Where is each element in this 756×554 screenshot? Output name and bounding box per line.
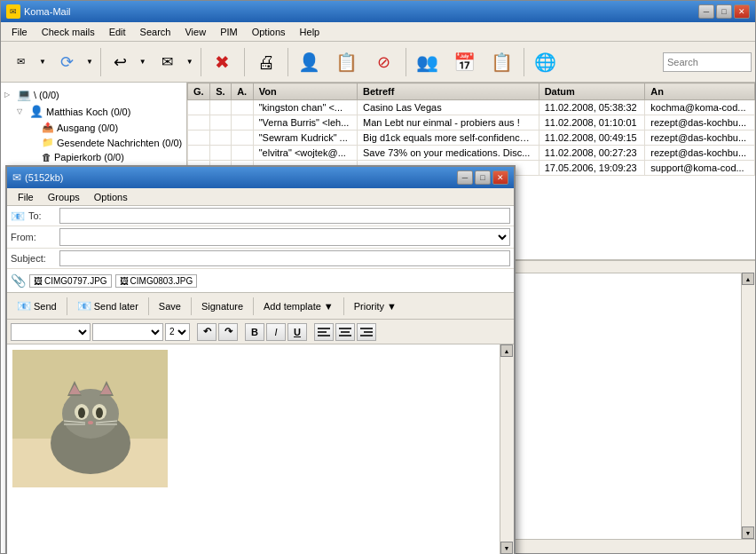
col-header-betreff[interactable]: Betreff: [358, 83, 539, 100]
compose-menu-file[interactable]: File: [11, 190, 41, 204]
priority-button[interactable]: Priority ▼: [348, 296, 403, 317]
tasks-button[interactable]: 📋: [484, 45, 520, 79]
add-template-button[interactable]: Add template ▼: [257, 296, 340, 317]
menu-edit[interactable]: Edit: [102, 25, 133, 39]
search-input[interactable]: [663, 52, 752, 72]
save-button[interactable]: Save: [153, 296, 187, 317]
cell-von: "elvitra" <wojtek@...: [253, 146, 357, 161]
email-table: G. S. A. Von Betreff Datum An: [187, 83, 755, 176]
sidebar-item-trash[interactable]: 🗑 Papierkorb (0/0): [1, 150, 186, 164]
menu-pim[interactable]: PIM: [213, 25, 245, 39]
check-mails-split-button[interactable]: ⟳ ▼: [51, 45, 97, 79]
send-button[interactable]: 📧 Send: [11, 296, 63, 317]
compose-scrollbar[interactable]: ▲ ▼: [500, 344, 514, 554]
col-header-g[interactable]: G.: [188, 83, 210, 100]
new-mail-dropdown[interactable]: ▼: [36, 45, 50, 79]
tree-arrow-account: ▽: [17, 107, 29, 115]
forward-button[interactable]: ✉: [152, 45, 184, 79]
close-button[interactable]: ✕: [734, 4, 750, 19]
svg-point-12: [62, 389, 119, 439]
check-mails-button[interactable]: ⟳: [51, 45, 83, 79]
title-bar-left: ✉ Koma-Mail: [6, 4, 71, 19]
compose-scroll-down[interactable]: ▼: [500, 542, 513, 554]
cell-s: [210, 131, 232, 146]
title-bar: ✉ Koma-Mail ─ □ ✕: [1, 1, 755, 22]
redo-button[interactable]: ↷: [218, 323, 238, 341]
new-mail-split-button[interactable]: ✉ ▼: [4, 45, 50, 79]
check-mails-icon: ⟳: [60, 52, 74, 72]
subject-input[interactable]: [59, 250, 510, 266]
main-window: ✉ Koma-Mail ─ □ ✕ File Check mails Edit …: [0, 0, 756, 554]
contacts-button[interactable]: 👤: [292, 45, 327, 79]
compose-body-editor[interactable]: [7, 344, 500, 554]
compose-close-button[interactable]: ✕: [492, 170, 508, 185]
align-left-button[interactable]: [314, 323, 334, 341]
col-header-s[interactable]: S.: [210, 83, 232, 100]
col-header-a[interactable]: A.: [232, 83, 254, 100]
col-header-von[interactable]: Von: [253, 83, 357, 100]
sidebar-item-root[interactable]: ▷ 💻 \ (0/0): [1, 86, 186, 103]
reply-split-button[interactable]: ↩ ▼: [105, 45, 150, 79]
separator-1: [100, 48, 101, 76]
font-family-select[interactable]: [11, 323, 91, 341]
font-size-select[interactable]: 2: [165, 323, 190, 341]
send-later-button[interactable]: 📧 Send later: [71, 296, 145, 317]
reply-dropdown[interactable]: ▼: [137, 45, 150, 79]
delete-button[interactable]: ✖: [205, 45, 240, 79]
forward-dropdown[interactable]: ▼: [184, 45, 197, 79]
compose-menu-options[interactable]: Options: [87, 190, 135, 204]
undo-button[interactable]: ↶: [197, 323, 217, 341]
scroll-up-btn[interactable]: ▲: [742, 273, 754, 285]
bold-button[interactable]: B: [245, 323, 264, 341]
menu-view[interactable]: View: [177, 25, 213, 39]
compose-menu-groups[interactable]: Groups: [41, 190, 87, 204]
attachment-area: 📎 🖼 CIMG0797.JPG 🖼 CIMG0803.JPG: [7, 269, 514, 292]
sidebar-item-ausgang[interactable]: 📤 Ausgang (0/0): [1, 120, 186, 135]
reply-button[interactable]: ↩: [105, 45, 137, 79]
attachment-file-1[interactable]: 🖼 CIMG0797.JPG: [29, 274, 112, 288]
menu-file[interactable]: File: [4, 25, 35, 39]
align-right-button[interactable]: [357, 323, 376, 341]
align-center-button[interactable]: [335, 323, 355, 341]
sidebar-item-sent[interactable]: 📁 Gesendete Nachrichten (0/0): [1, 135, 186, 150]
svg-rect-6: [360, 328, 373, 329]
compose-scroll-up[interactable]: ▲: [500, 344, 513, 357]
addressbook-button[interactable]: 👥: [410, 45, 445, 79]
preview-scrollbar[interactable]: ▲ ▼: [741, 273, 755, 539]
col-header-an[interactable]: An: [645, 83, 755, 100]
minimize-button[interactable]: ─: [698, 4, 714, 19]
compose-maximize-button[interactable]: □: [475, 170, 491, 185]
table-row[interactable]: "kingston chan" <... Casino Las Vegas 11…: [188, 100, 755, 115]
scroll-down-btn[interactable]: ▼: [742, 526, 754, 539]
menu-options[interactable]: Options: [245, 25, 293, 39]
calendar-button[interactable]: 📅: [447, 45, 483, 79]
forward-split-button[interactable]: ✉ ▼: [152, 45, 197, 79]
globe-icon: 🌐: [534, 53, 556, 71]
table-row[interactable]: "Sewram Kudrick" ... Big d1ck equals mor…: [188, 131, 755, 146]
toolbar-sep-1: [67, 297, 67, 315]
menu-checkmails[interactable]: Check mails: [35, 25, 102, 39]
print-button[interactable]: 🖨: [248, 45, 284, 79]
col-header-datum[interactable]: Datum: [539, 83, 645, 100]
check-mails-dropdown[interactable]: ▼: [83, 45, 97, 79]
menu-search[interactable]: Search: [133, 25, 178, 39]
menu-help[interactable]: Help: [293, 25, 327, 39]
table-row[interactable]: "Verna Burris" <leh... Man Lebt nur einm…: [188, 115, 755, 131]
signature-button[interactable]: Signature: [195, 296, 249, 317]
table-row[interactable]: "elvitra" <wojtek@... Save 73% on your m…: [188, 146, 755, 161]
attachment-file-2[interactable]: 🖼 CIMG0803.JPG: [115, 274, 198, 288]
new-mail-button[interactable]: ✉: [4, 45, 36, 79]
to-row: 📧 To:: [7, 206, 514, 226]
to-input[interactable]: [59, 208, 510, 224]
from-select[interactable]: [59, 228, 510, 246]
file-icon-1: 🖼: [34, 276, 43, 286]
sidebar-item-account[interactable]: ▽ 👤 Matthias Koch (0/0): [1, 103, 186, 120]
globe-button[interactable]: 🌐: [528, 45, 563, 79]
underline-button[interactable]: U: [287, 323, 307, 341]
font-style-select[interactable]: [92, 323, 163, 341]
maximize-button[interactable]: □: [716, 4, 732, 19]
filter-button[interactable]: 📋: [329, 45, 365, 79]
compose-minimize-button[interactable]: ─: [457, 170, 473, 185]
italic-button[interactable]: I: [266, 323, 286, 341]
spam-button[interactable]: ⊘: [366, 45, 402, 79]
